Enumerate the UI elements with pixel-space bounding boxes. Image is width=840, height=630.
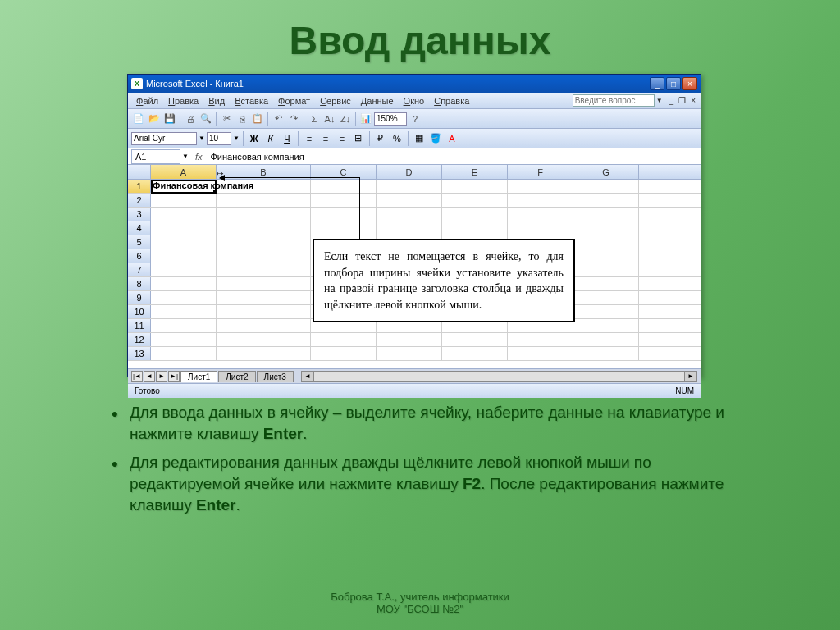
row-header-10[interactable]: 10 [128, 305, 151, 318]
cell[interactable] [217, 277, 311, 290]
cell[interactable] [217, 347, 311, 360]
preview-icon[interactable]: 🔍 [199, 112, 213, 126]
row-header-5[interactable]: 5 [128, 235, 151, 249]
borders-icon[interactable]: ▦ [412, 131, 427, 146]
cell[interactable] [508, 208, 573, 221]
align-center-icon[interactable]: ≡ [318, 131, 333, 146]
cell[interactable] [217, 235, 311, 249]
cell[interactable] [442, 333, 508, 346]
cell[interactable] [217, 221, 311, 235]
cell[interactable] [508, 333, 573, 346]
cell[interactable] [151, 221, 217, 235]
cell[interactable] [573, 347, 639, 360]
tab-nav-prev[interactable]: ◄ [144, 371, 155, 382]
menu-tools[interactable]: Сервис [315, 94, 356, 107]
sheet-tab-3[interactable]: Лист3 [257, 371, 294, 382]
cell[interactable] [151, 194, 217, 207]
col-header-g[interactable]: G [573, 165, 639, 179]
font-size-select[interactable]: 10 [207, 132, 231, 145]
font-name-select[interactable]: Arial Cyr [131, 132, 197, 145]
cell[interactable] [442, 347, 508, 360]
cell[interactable] [217, 208, 311, 221]
cell[interactable] [151, 249, 217, 262]
menu-insert[interactable]: Вставка [230, 94, 273, 107]
currency-icon[interactable]: ₽ [373, 131, 388, 146]
percent-icon[interactable]: % [390, 131, 404, 146]
cell[interactable] [573, 194, 639, 207]
cell[interactable] [151, 305, 217, 318]
tab-nav-first[interactable]: |◄ [131, 371, 143, 382]
sort-desc-icon[interactable]: Z↓ [338, 112, 353, 126]
underline-icon[interactable]: Ч [280, 131, 294, 146]
cell[interactable] [573, 221, 639, 235]
cell[interactable] [151, 291, 217, 304]
menu-window[interactable]: Окно [399, 94, 430, 107]
cell[interactable] [508, 347, 573, 360]
cell[interactable] [377, 221, 442, 235]
align-left-icon[interactable]: ≡ [302, 131, 317, 146]
cut-icon[interactable]: ✂ [219, 112, 234, 126]
doc-restore-button[interactable]: ❐ [677, 96, 687, 105]
cell[interactable] [442, 221, 508, 235]
copy-icon[interactable]: ⎘ [235, 112, 249, 126]
save-icon[interactable]: 💾 [162, 112, 177, 126]
cell[interactable] [573, 319, 639, 332]
sheet-tab-1[interactable]: Лист1 [180, 371, 217, 382]
cell[interactable] [573, 305, 639, 318]
cell[interactable] [573, 291, 639, 304]
cell[interactable] [573, 235, 639, 249]
zoom-level[interactable]: 150% [374, 112, 407, 126]
cell[interactable] [217, 319, 311, 332]
open-icon[interactable]: 📂 [147, 112, 162, 126]
row-header-3[interactable]: 3 [128, 208, 151, 221]
help-dropdown-icon[interactable]: ▼ [656, 97, 663, 104]
sum-icon[interactable]: Σ [307, 112, 322, 126]
tab-nav-last[interactable]: ►| [168, 371, 180, 382]
cell[interactable] [573, 249, 639, 262]
chart-icon[interactable]: 📊 [358, 112, 373, 126]
select-all-corner[interactable] [128, 165, 151, 179]
menu-format[interactable]: Формат [273, 94, 315, 107]
cell[interactable] [377, 180, 442, 193]
cell[interactable] [151, 235, 217, 249]
horizontal-scrollbar[interactable] [301, 371, 697, 382]
cell[interactable] [217, 194, 311, 207]
cell[interactable] [151, 319, 217, 332]
sheet-tab-2[interactable]: Лист2 [218, 371, 255, 382]
cell[interactable] [151, 277, 217, 290]
menu-file[interactable]: Файл [131, 94, 163, 107]
cell[interactable] [217, 249, 311, 262]
cell[interactable] [151, 208, 217, 221]
menu-edit[interactable]: Правка [163, 94, 203, 107]
row-header-4[interactable]: 4 [128, 221, 151, 235]
doc-minimize-button[interactable]: _ [668, 96, 676, 105]
cell[interactable] [311, 208, 377, 221]
undo-icon[interactable]: ↶ [271, 112, 285, 126]
cell[interactable] [573, 208, 639, 221]
cell[interactable] [151, 263, 217, 276]
col-header-d[interactable]: D [377, 165, 442, 179]
cell[interactable] [217, 291, 311, 304]
menu-data[interactable]: Данные [356, 94, 399, 107]
paste-icon[interactable]: 📋 [250, 112, 265, 126]
cell[interactable] [217, 305, 311, 318]
help-search-input[interactable] [573, 94, 655, 107]
cell[interactable] [217, 333, 311, 346]
col-header-f[interactable]: F [508, 165, 573, 179]
name-box[interactable]: A1 [131, 149, 180, 164]
cell[interactable] [377, 194, 442, 207]
help-icon[interactable]: ? [408, 112, 422, 126]
tab-nav-next[interactable]: ► [156, 371, 167, 382]
font-color-icon[interactable]: A [445, 131, 459, 146]
cell[interactable] [151, 347, 217, 360]
cell[interactable] [217, 263, 311, 276]
formula-input[interactable] [207, 149, 701, 164]
minimize-button[interactable]: _ [650, 77, 664, 90]
bold-icon[interactable]: Ж [247, 131, 262, 146]
cell[interactable] [508, 180, 573, 193]
fill-color-icon[interactable]: 🪣 [428, 131, 443, 146]
new-icon[interactable]: 📄 [131, 112, 146, 126]
sort-asc-icon[interactable]: A↓ [322, 112, 337, 126]
cell[interactable] [311, 347, 377, 360]
cell[interactable] [377, 333, 442, 346]
